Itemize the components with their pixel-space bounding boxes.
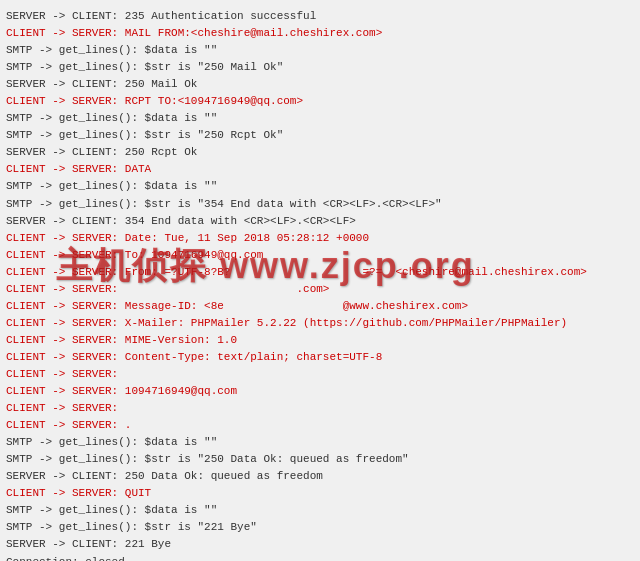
log-line: SMTP -> get_lines(): $data is "" xyxy=(6,178,634,195)
log-line: SERVER -> CLIENT: 250 Rcpt Ok xyxy=(6,144,634,161)
log-line: SERVER -> CLIENT: 235 Authentication suc… xyxy=(6,8,634,25)
log-line: CLIENT -> SERVER: xyxy=(6,366,634,383)
log-line: SMTP -> get_lines(): $str is "250 Mail O… xyxy=(6,59,634,76)
log-line: SERVER -> CLIENT: 354 End data with <CR>… xyxy=(6,213,634,230)
log-line: SMTP -> get_lines(): $str is "250 Rcpt O… xyxy=(6,127,634,144)
log-line: CLIENT -> SERVER: 1094716949@qq.com xyxy=(6,383,634,400)
log-line: CLIENT -> SERVER: MIME-Version: 1.0 xyxy=(6,332,634,349)
log-line: Connection: closed xyxy=(6,554,634,562)
log-line: CLIENT -> SERVER: .com> xyxy=(6,281,634,298)
log-line: CLIENT -> SERVER: Content-Type: text/pla… xyxy=(6,349,634,366)
log-container: 主机侦探 www.zjcp.org SERVER -> CLIENT: 235 … xyxy=(6,8,634,561)
log-line: SMTP -> get_lines(): $data is "" xyxy=(6,42,634,59)
log-line: SMTP -> get_lines(): $str is "250 Data O… xyxy=(6,451,634,468)
log-line: CLIENT -> SERVER: xyxy=(6,400,634,417)
log-line: SERVER -> CLIENT: 250 Data Ok: queued as… xyxy=(6,468,634,485)
log-line: CLIENT -> SERVER: From: =?UTF-8?B? =?= <… xyxy=(6,264,634,281)
log-line: SMTP -> get_lines(): $str is "221 Bye" xyxy=(6,519,634,536)
log-line: SERVER -> CLIENT: 221 Bye xyxy=(6,536,634,553)
log-line: CLIENT -> SERVER: Message-ID: <8e @www.c… xyxy=(6,298,634,315)
log-line: CLIENT -> SERVER: Date: Tue, 11 Sep 2018… xyxy=(6,230,634,247)
log-line: SMTP -> get_lines(): $str is "354 End da… xyxy=(6,196,634,213)
log-line: CLIENT -> SERVER: To: 1094716949@qq.com xyxy=(6,247,634,264)
log-line: CLIENT -> SERVER: QUIT xyxy=(6,485,634,502)
log-line: CLIENT -> SERVER: . xyxy=(6,417,634,434)
log-line: SMTP -> get_lines(): $data is "" xyxy=(6,110,634,127)
log-line: CLIENT -> SERVER: DATA xyxy=(6,161,634,178)
log-line: CLIENT -> SERVER: X-Mailer: PHPMailer 5.… xyxy=(6,315,634,332)
log-line: CLIENT -> SERVER: RCPT TO:<1094716949@qq… xyxy=(6,93,634,110)
log-line: SERVER -> CLIENT: 250 Mail Ok xyxy=(6,76,634,93)
log-line: SMTP -> get_lines(): $data is "" xyxy=(6,434,634,451)
log-line: SMTP -> get_lines(): $data is "" xyxy=(6,502,634,519)
log-line: CLIENT -> SERVER: MAIL FROM:<cheshire@ma… xyxy=(6,25,634,42)
